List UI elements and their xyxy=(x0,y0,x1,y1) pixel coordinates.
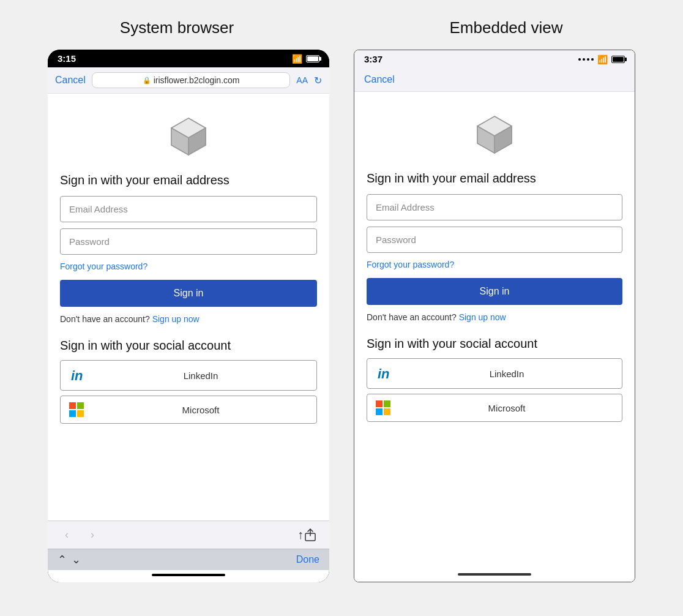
right-signup-row: Don't have an account? Sign up now xyxy=(367,312,622,322)
left-signup-row: Don't have an account? Sign up now xyxy=(60,314,317,324)
embedded-view-phone: 3:37 📶 Cancel Sign xyxy=(354,50,635,582)
left-share-btn[interactable]: ↑ xyxy=(297,528,317,543)
left-keyboard-bar: ⌃ ⌄ Done xyxy=(48,549,329,570)
left-cube-container xyxy=(60,112,317,161)
left-linkedin-label: LinkedIn xyxy=(94,370,308,381)
left-form-title: Sign in with your email address xyxy=(60,173,317,187)
left-linkedin-logo: in xyxy=(69,367,94,384)
right-linkedin-label: LinkedIn xyxy=(400,369,613,379)
right-cube-container xyxy=(367,110,622,159)
left-status-icons: 📶 xyxy=(292,54,319,64)
right-time: 3:37 xyxy=(364,54,383,64)
right-status-bar: 3:37 📶 xyxy=(354,50,635,68)
left-sign-in-btn[interactable]: Sign in xyxy=(60,280,317,307)
left-content-area: Sign in with your email address Forgot y… xyxy=(48,94,329,520)
left-kb-done-btn[interactable]: Done xyxy=(296,554,319,565)
right-no-account-text: Don't have an account? xyxy=(367,312,457,322)
left-forgot-link[interactable]: Forgot your password? xyxy=(60,261,147,271)
right-linkedin-logo: in xyxy=(376,365,400,382)
svg-text:in: in xyxy=(378,366,390,381)
left-cube-icon xyxy=(164,112,213,161)
left-linkedin-btn[interactable]: in LinkedIn xyxy=(60,360,317,391)
svg-text:in: in xyxy=(71,368,83,383)
right-battery-icon xyxy=(611,56,625,63)
right-microsoft-btn[interactable]: Microsoft xyxy=(367,394,622,422)
left-time: 3:15 xyxy=(58,53,76,64)
left-back-btn[interactable]: ‹ xyxy=(60,526,73,544)
left-browser-toolbar: ‹ › ↑ xyxy=(48,520,329,549)
left-status-bar: 3:15 📶 xyxy=(48,50,329,67)
left-microsoft-label: Microsoft xyxy=(94,405,308,415)
right-cancel-bar: Cancel xyxy=(354,68,635,92)
right-cube-icon xyxy=(470,110,519,159)
left-nav-btns: ‹ › xyxy=(60,526,99,544)
right-signup-link[interactable]: Sign up now xyxy=(459,312,506,322)
right-column-title: Embedded view xyxy=(359,18,653,37)
left-wifi-icon: 📶 xyxy=(292,54,302,64)
left-url-text: irisflower.b2clogin.com xyxy=(154,75,240,85)
right-sign-in-btn[interactable]: Sign in xyxy=(367,278,622,305)
right-cancel-btn[interactable]: Cancel xyxy=(364,74,395,85)
left-microsoft-logo xyxy=(69,402,94,417)
left-home-bar xyxy=(152,574,225,576)
right-signal-dots xyxy=(578,58,594,61)
left-email-input[interactable] xyxy=(60,196,317,222)
right-form-title: Sign in with your email address xyxy=(367,171,622,186)
right-microsoft-label: Microsoft xyxy=(400,403,613,413)
left-url-bar[interactable]: 🔒 irisflower.b2clogin.com xyxy=(92,72,291,88)
right-status-icons: 📶 xyxy=(578,54,625,64)
right-microsoft-logo xyxy=(376,400,400,415)
left-kb-nav: ⌃ ⌄ xyxy=(58,553,81,566)
right-forgot-link[interactable]: Forgot your password? xyxy=(367,260,454,269)
left-kb-up-btn[interactable]: ⌃ xyxy=(58,553,67,566)
right-home-bar xyxy=(458,573,531,576)
left-no-account-text: Don't have an account? xyxy=(60,314,150,324)
left-microsoft-btn[interactable]: Microsoft xyxy=(60,396,317,424)
left-column-title: System browser xyxy=(30,18,324,37)
right-linkedin-btn[interactable]: in LinkedIn xyxy=(367,358,622,389)
left-kb-down-btn[interactable]: ⌄ xyxy=(72,553,81,566)
right-wifi-icon: 📶 xyxy=(597,54,608,64)
left-lock-icon: 🔒 xyxy=(143,77,151,85)
left-aa-btn[interactable]: AA xyxy=(296,75,308,85)
left-social-title: Sign in with your social account xyxy=(60,339,317,353)
right-email-input[interactable] xyxy=(367,194,622,220)
left-battery-icon xyxy=(306,55,319,62)
right-content-area: Sign in with your email address Forgot y… xyxy=(354,92,635,569)
left-cancel-btn[interactable]: Cancel xyxy=(55,75,86,86)
left-signup-link[interactable]: Sign up now xyxy=(152,314,200,324)
left-home-indicator xyxy=(48,570,329,582)
left-refresh-btn[interactable]: ↻ xyxy=(314,75,322,86)
right-home-indicator xyxy=(354,569,635,582)
left-forward-btn[interactable]: › xyxy=(86,526,99,544)
right-password-input[interactable] xyxy=(367,227,622,253)
right-social-title: Sign in with your social account xyxy=(367,337,622,351)
left-browser-bar: Cancel 🔒 irisflower.b2clogin.com AA ↻ xyxy=(48,67,329,94)
left-password-input[interactable] xyxy=(60,228,317,255)
system-browser-phone: 3:15 📶 Cancel 🔒 irisflower.b2clogin.com … xyxy=(48,50,329,582)
